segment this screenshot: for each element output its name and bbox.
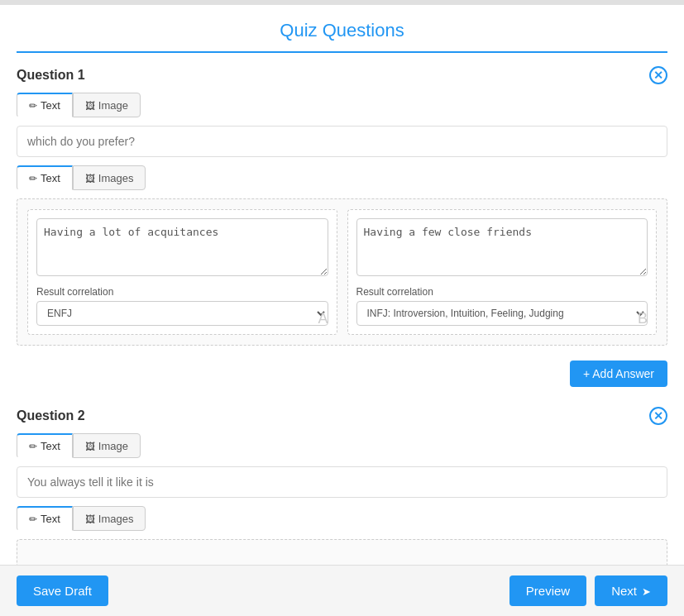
question-2-close-icon[interactable]: ✕: [649, 407, 667, 425]
pencil-icon: [29, 99, 37, 112]
question-1-add-answer-container: + Add Answer: [17, 352, 667, 387]
question-1-tab-image[interactable]: Image: [73, 93, 141, 117]
footer-right: Preview Next: [509, 575, 667, 606]
question-2-tab-image[interactable]: Image: [73, 433, 141, 458]
question-2-tab-text[interactable]: Text: [17, 433, 73, 458]
question-1-input[interactable]: [17, 126, 667, 157]
image-icon-3: [85, 440, 95, 452]
question-1-answer-a-result-label: Result correlation: [36, 286, 328, 298]
question-1-label: Question 1: [17, 68, 85, 83]
question-1-answer-b: Having a few close friends Result correl…: [347, 209, 658, 335]
question-2-block: Question 2 ✕ Text Image Text Images: [17, 407, 667, 580]
image-icon: [85, 99, 95, 112]
question-1-answer-a-select[interactable]: ENFJ INFJ ENFP INFP: [36, 301, 328, 326]
pencil-icon-3: [29, 440, 37, 452]
question-1-top-tabs: Text Image: [17, 93, 667, 117]
question-1-answer-a-textarea[interactable]: Having a lot of acquitances: [36, 218, 328, 276]
question-1-header: Question 1 ✕: [17, 66, 667, 84]
question-2-top-tabs: Text Image: [17, 433, 667, 458]
content-area: Question 1 ✕ Text Image Text Images: [0, 53, 684, 616]
page-title: Quiz Questions: [17, 20, 667, 41]
question-1-answer-b-textarea[interactable]: Having a few close friends: [356, 218, 648, 276]
question-2-answer-tabs: Text Images: [17, 506, 667, 531]
question-1-answer-a: Having a lot of acquitances Result corre…: [27, 209, 337, 335]
question-2-input[interactable]: [17, 466, 667, 498]
arrow-right-icon: [642, 584, 651, 598]
question-2-answer-tab-text[interactable]: Text: [17, 506, 73, 531]
question-1-answer-b-select[interactable]: INFJ: Introversion, Intuition, Feeling, …: [356, 301, 648, 326]
question-1-answers: Having a lot of acquitances Result corre…: [17, 198, 667, 346]
question-1-answer-tab-text[interactable]: Text: [17, 165, 73, 190]
image-icon-2: [85, 172, 95, 184]
page-title-container: Quiz Questions: [17, 5, 667, 53]
question-2-answer-tab-images[interactable]: Images: [73, 506, 146, 531]
pencil-icon-2: [29, 172, 37, 184]
question-1-answer-a-letter: A: [318, 310, 328, 327]
save-draft-button[interactable]: Save Draft: [17, 575, 108, 606]
image-icon-4: [85, 513, 95, 525]
question-1-tab-text[interactable]: Text: [17, 93, 73, 117]
question-2-label: Question 2: [17, 408, 85, 423]
question-1-block: Question 1 ✕ Text Image Text Images: [17, 66, 667, 387]
question-1-answer-tabs: Text Images: [17, 165, 667, 190]
preview-button[interactable]: Preview: [509, 575, 586, 606]
footer: Save Draft Preview Next: [0, 565, 684, 616]
question-2-header: Question 2 ✕: [17, 407, 667, 425]
pencil-icon-4: [29, 513, 37, 525]
question-1-add-answer-button[interactable]: + Add Answer: [570, 361, 667, 387]
question-1-answer-b-letter: B: [638, 310, 648, 327]
question-1-close-icon[interactable]: ✕: [649, 66, 667, 84]
question-1-answer-b-result-label: Result correlation: [356, 286, 648, 298]
next-button[interactable]: Next: [595, 575, 667, 606]
question-1-answer-tab-images[interactable]: Images: [73, 165, 146, 190]
